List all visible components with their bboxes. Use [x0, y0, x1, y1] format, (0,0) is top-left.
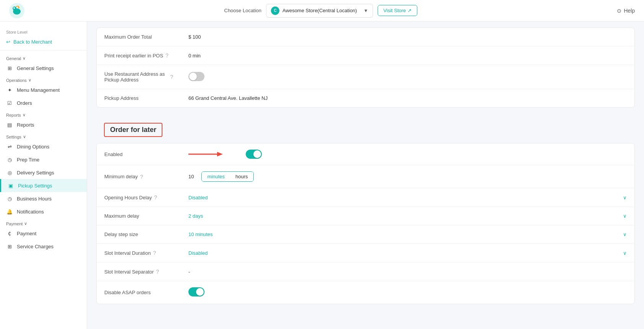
print-receipt-label: Print receipt earlier in POS ? [97, 46, 181, 65]
sidebar-item-orders[interactable]: ☑ Orders [0, 96, 87, 109]
use-restaurant-address-label: Use Restaurant Address as Pickup Address… [97, 65, 181, 89]
reports-group[interactable]: Reports ∨ [0, 109, 87, 118]
time-unit-toggle[interactable]: minutes hours [201, 171, 253, 182]
slot-interval-chevron-icon: ∨ [623, 250, 627, 256]
max-delay-dropdown[interactable]: 2 days ∨ [188, 213, 627, 219]
sidebar-item-reports[interactable]: ▤ Reports [0, 118, 87, 131]
payment-group[interactable]: Payment ∨ [0, 218, 87, 227]
restaurant-address-help-icon[interactable]: ? [170, 74, 173, 80]
print-receipt-help-icon[interactable]: ? [165, 52, 169, 59]
dropdown-arrow-icon: ▼ [363, 8, 368, 13]
slot-separator-help-icon[interactable]: ? [156, 269, 159, 275]
use-restaurant-address-row: Use Restaurant Address as Pickup Address… [97, 65, 634, 89]
delivery-settings-label: Delivery Settings [17, 170, 54, 176]
slot-interval-label: Slot Interval Duration ? [97, 244, 181, 262]
enabled-toggle[interactable] [246, 150, 262, 159]
chevron-down-icon-ops: ∨ [28, 78, 31, 83]
sidebar-item-delivery-settings[interactable]: ◎ Delivery Settings [0, 166, 87, 179]
location-dropdown[interactable]: C Awesome Store(Central Location) ▼ [266, 4, 373, 18]
chevron-down-icon-payment: ∨ [24, 221, 27, 226]
main-content: Maximum Order Total $ 100 Print receipt … [87, 21, 644, 329]
slot-interval-value[interactable]: Disabled ∨ [181, 244, 634, 262]
sidebar-item-prep-time[interactable]: ◷ Prep Time [0, 153, 87, 166]
pickup-settings-label: Pickup Settings [18, 183, 52, 189]
service-charges-icon: ⊞ [6, 243, 13, 250]
location-icon: C [271, 7, 279, 15]
delivery-icon: ◎ [6, 169, 13, 176]
disable-asap-value [181, 281, 634, 304]
restaurant-address-toggle[interactable] [188, 72, 204, 81]
delay-step-row: Delay step size 10 minutes ∨ [97, 225, 634, 244]
use-restaurant-address-toggle [181, 66, 634, 88]
dining-options-label: Dining Options [17, 144, 49, 150]
enabled-value [181, 143, 634, 165]
svg-marker-6 [217, 152, 223, 156]
min-delay-value: 10 [188, 174, 194, 179]
chevron-down-icon-settings: ∨ [23, 134, 26, 139]
sidebar: Store Level ↩ Back to Merchant General ∨… [0, 21, 87, 329]
sidebar-item-pickup-settings[interactable]: ▣ Pickup Settings [0, 179, 87, 192]
slot-interval-row: Slot Interval Duration ? Disabled ∨ [97, 244, 634, 262]
sidebar-item-payment[interactable]: ₵ Payment [0, 227, 87, 240]
reports-label: Reports [6, 113, 21, 117]
max-order-total-row: Maximum Order Total $ 100 [97, 28, 634, 46]
logo [9, 3, 24, 18]
operations-label: Operations [6, 78, 27, 83]
visit-store-button[interactable]: Visit Store ↗ [378, 5, 417, 16]
reports-item-label: Reports [17, 122, 34, 128]
opening-hours-help-icon[interactable]: ? [154, 194, 157, 200]
opening-hours-chevron-icon: ∨ [623, 195, 627, 200]
sidebar-item-service-charges[interactable]: ⊞ Service Charges [0, 240, 87, 253]
max-order-total-value: $ 100 [181, 28, 634, 46]
sidebar-item-menu-management[interactable]: ✦ Menu Management [0, 83, 87, 96]
help-button[interactable]: ⊙ Help [617, 8, 635, 14]
opening-hours-dropdown[interactable]: Disabled ∨ [188, 195, 627, 200]
payment-icon: ₵ [6, 230, 13, 237]
hours-btn[interactable]: hours [230, 172, 253, 181]
sidebar-item-business-hours[interactable]: ◷ Business Hours [0, 192, 87, 205]
svg-point-4 [18, 7, 19, 8]
store-level-label: Store Level [0, 26, 87, 36]
clock-icon: ◷ [6, 156, 13, 163]
order-for-later-card: Enabled Minimum delay ? 10 [96, 143, 635, 304]
topbar-center: Choose Location C Awesome Store(Central … [31, 4, 611, 18]
min-delay-help-icon[interactable]: ? [140, 174, 143, 180]
back-label: Back to Merchant [13, 39, 52, 45]
operations-group[interactable]: Operations ∨ [0, 75, 87, 83]
min-delay-value-area: 10 minutes hours [181, 165, 634, 188]
disable-asap-toggle[interactable] [188, 287, 204, 296]
menu-management-label: Menu Management [17, 87, 60, 93]
payment-label: Payment [6, 222, 23, 226]
settings-group[interactable]: Settings ∨ [0, 131, 87, 140]
back-to-merchant-button[interactable]: ↩ Back to Merchant [0, 36, 87, 48]
orders-icon: ☑ [6, 99, 13, 106]
max-delay-value[interactable]: 2 days ∨ [181, 207, 634, 225]
pickup-address-value: 66 Grand Central Ave. Lavallette NJ [181, 89, 634, 107]
opening-hours-delay-value[interactable]: Disabled ∨ [181, 189, 634, 207]
sidebar-divider-1 [0, 50, 87, 50]
slot-interval-help-icon[interactable]: ? [153, 250, 156, 256]
sidebar-item-dining-options[interactable]: ⇌ Dining Options [0, 140, 87, 153]
topbar: Choose Location C Awesome Store(Central … [0, 0, 644, 21]
help-circle-icon: ⊙ [617, 8, 621, 14]
prep-time-label: Prep Time [17, 157, 39, 163]
report-icon: ▤ [6, 121, 13, 128]
sidebar-item-notifications[interactable]: 🔔 Notifications [0, 205, 87, 218]
general-label: General [6, 56, 21, 61]
minutes-btn[interactable]: minutes [202, 172, 230, 181]
settings-label: Settings [6, 135, 21, 139]
pickup-icon: ▣ [7, 182, 14, 189]
order-for-later-title-box: Order for later [104, 123, 162, 137]
delay-step-dropdown[interactable]: 10 minutes ∨ [188, 231, 627, 237]
general-group[interactable]: General ∨ [0, 53, 87, 62]
delay-step-value[interactable]: 10 minutes ∨ [181, 225, 634, 243]
max-order-total-label: Maximum Order Total [97, 28, 181, 46]
print-receipt-row: Print receipt earlier in POS ? 0 min [97, 46, 634, 65]
order-for-later-title: Order for later [110, 126, 156, 134]
top-settings-card: Maximum Order Total $ 100 Print receipt … [96, 28, 635, 107]
slot-interval-dropdown[interactable]: Disabled ∨ [188, 250, 627, 256]
print-receipt-value: 0 min [181, 47, 634, 65]
sidebar-item-general-settings[interactable]: ⊞ General Settings [0, 62, 87, 75]
slot-separator-row: Slot Interval Separator ? - [97, 262, 634, 281]
enabled-row: Enabled [97, 143, 634, 165]
